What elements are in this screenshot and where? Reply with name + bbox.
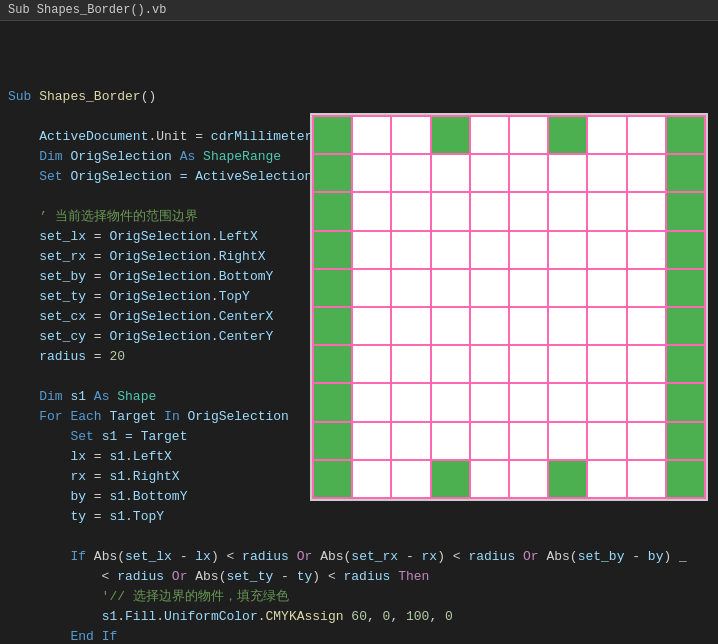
grid-cell-8-3 [431, 422, 470, 460]
grid-cell-7-5 [509, 383, 548, 421]
grid-cell-4-5 [509, 269, 548, 307]
grid-cell-5-3 [431, 307, 470, 345]
grid-cell-0-1 [352, 116, 391, 154]
grid-cell-3-9 [666, 231, 705, 269]
grid-cell-0-9 [666, 116, 705, 154]
grid-cell-9-0 [313, 460, 352, 498]
code-line-24: If Abs(set_lx - lx) < radius Or Abs(set_… [8, 547, 710, 567]
grid-cell-4-6 [548, 269, 587, 307]
code-line-1: Sub Shapes_Border() [8, 87, 710, 107]
code-line-28: End If [8, 627, 710, 641]
grid-cell-5-4 [470, 307, 509, 345]
grid-cell-5-9 [666, 307, 705, 345]
grid-cell-4-9 [666, 269, 705, 307]
grid-cell-4-4 [470, 269, 509, 307]
grid-cell-0-7 [587, 116, 626, 154]
grid-cell-4-3 [431, 269, 470, 307]
grid-cell-7-1 [352, 383, 391, 421]
code-area: Sub Shapes_Border() ActiveDocument.Unit … [0, 21, 718, 641]
grid-cell-1-2 [391, 154, 430, 192]
grid-cell-4-2 [391, 269, 430, 307]
grid-cell-3-4 [470, 231, 509, 269]
grid-cell-2-4 [470, 192, 509, 230]
grid-cell-8-4 [470, 422, 509, 460]
grid-cell-1-6 [548, 154, 587, 192]
grid-cell-6-1 [352, 345, 391, 383]
grid-cell-8-5 [509, 422, 548, 460]
grid-cell-1-0 [313, 154, 352, 192]
grid-cell-7-4 [470, 383, 509, 421]
grid-cell-3-8 [627, 231, 666, 269]
grid-cell-1-9 [666, 154, 705, 192]
grid-cell-0-0 [313, 116, 352, 154]
grid-cell-3-1 [352, 231, 391, 269]
grid-cell-9-4 [470, 460, 509, 498]
grid-cell-7-3 [431, 383, 470, 421]
grid-cell-2-2 [391, 192, 430, 230]
grid-cell-0-5 [509, 116, 548, 154]
title-text: Sub Shapes_Border().vb [8, 3, 166, 17]
grid-cell-6-9 [666, 345, 705, 383]
grid-cell-1-3 [431, 154, 470, 192]
grid-cell-8-2 [391, 422, 430, 460]
grid-cell-4-7 [587, 269, 626, 307]
grid-cell-9-9 [666, 460, 705, 498]
grid-cell-3-3 [431, 231, 470, 269]
grid-cell-3-7 [587, 231, 626, 269]
grid-cell-9-6 [548, 460, 587, 498]
grid-cell-5-5 [509, 307, 548, 345]
grid-cell-1-4 [470, 154, 509, 192]
grid-cell-9-1 [352, 460, 391, 498]
grid-cell-7-2 [391, 383, 430, 421]
grid-cell-8-7 [587, 422, 626, 460]
grid-cell-5-7 [587, 307, 626, 345]
grid-cell-8-1 [352, 422, 391, 460]
grid-cell-2-3 [431, 192, 470, 230]
grid-table [312, 115, 706, 499]
grid-cell-2-8 [627, 192, 666, 230]
code-line-25: < radius Or Abs(set_ty - ty) < radius Th… [8, 567, 710, 587]
grid-cell-5-8 [627, 307, 666, 345]
grid-cell-9-3 [431, 460, 470, 498]
grid-cell-2-6 [548, 192, 587, 230]
grid-cell-2-7 [587, 192, 626, 230]
grid-cell-2-9 [666, 192, 705, 230]
grid-cell-1-8 [627, 154, 666, 192]
grid-cell-0-8 [627, 116, 666, 154]
code-line-26: '// 选择边界的物件，填充绿色 [8, 587, 710, 607]
code-line-27: s1.Fill.UniformColor.CMYKAssign 60, 0, 1… [8, 607, 710, 627]
grid-cell-6-4 [470, 345, 509, 383]
grid-cell-5-0 [313, 307, 352, 345]
grid-cell-0-2 [391, 116, 430, 154]
grid-cell-8-9 [666, 422, 705, 460]
grid-cell-6-6 [548, 345, 587, 383]
title-bar: Sub Shapes_Border().vb [0, 0, 718, 21]
grid-overlay [310, 113, 708, 501]
grid-cell-6-3 [431, 345, 470, 383]
grid-cell-7-0 [313, 383, 352, 421]
grid-cell-8-8 [627, 422, 666, 460]
grid-cell-0-4 [470, 116, 509, 154]
grid-cell-6-7 [587, 345, 626, 383]
grid-cell-1-7 [587, 154, 626, 192]
grid-cell-2-5 [509, 192, 548, 230]
grid-cell-3-0 [313, 231, 352, 269]
grid-cell-0-6 [548, 116, 587, 154]
grid-cell-7-7 [587, 383, 626, 421]
grid-cell-7-9 [666, 383, 705, 421]
grid-cell-4-1 [352, 269, 391, 307]
grid-cell-1-5 [509, 154, 548, 192]
grid-cell-1-1 [352, 154, 391, 192]
grid-cell-6-5 [509, 345, 548, 383]
grid-cell-6-8 [627, 345, 666, 383]
grid-cell-9-2 [391, 460, 430, 498]
grid-cell-5-2 [391, 307, 430, 345]
grid-cell-5-1 [352, 307, 391, 345]
grid-cell-4-8 [627, 269, 666, 307]
grid-cell-9-5 [509, 460, 548, 498]
grid-cell-8-6 [548, 422, 587, 460]
grid-cell-3-6 [548, 231, 587, 269]
grid-cell-6-2 [391, 345, 430, 383]
grid-cell-3-2 [391, 231, 430, 269]
grid-cell-9-7 [587, 460, 626, 498]
